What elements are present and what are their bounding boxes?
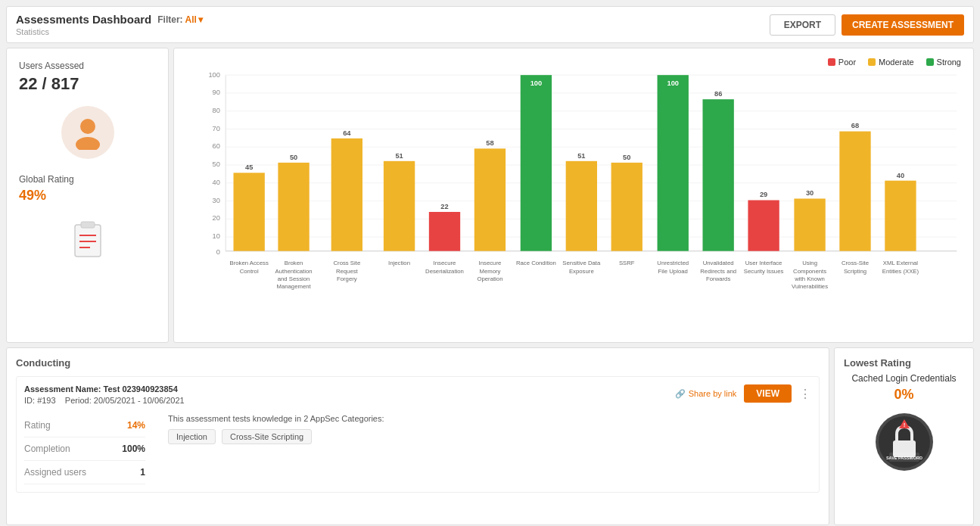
svg-rect-34 bbox=[278, 163, 309, 251]
export-button[interactable]: EXPORT bbox=[770, 14, 835, 36]
svg-text:0: 0 bbox=[216, 248, 220, 256]
svg-text:20: 20 bbox=[213, 214, 220, 222]
svg-rect-71 bbox=[703, 99, 734, 251]
cached-login-icon: SAVE PASSWORD ! bbox=[874, 412, 935, 472]
rating-value: 14% bbox=[127, 420, 145, 431]
svg-text:58: 58 bbox=[486, 139, 493, 147]
svg-text:Injection: Injection bbox=[388, 260, 410, 266]
svg-text:50: 50 bbox=[213, 160, 220, 168]
assessment-id-period: ID: #193 Period: 20/05/2021 - 10/06/2021 bbox=[24, 396, 185, 405]
svg-rect-45 bbox=[384, 161, 415, 251]
svg-text:with Known: with Known bbox=[794, 275, 825, 282]
svg-rect-48 bbox=[429, 212, 460, 251]
svg-text:50: 50 bbox=[623, 154, 630, 161]
share-by-link[interactable]: 🔗 Share by link bbox=[675, 389, 737, 399]
global-rating-value: 49% bbox=[19, 188, 46, 204]
svg-text:Cross-Site: Cross-Site bbox=[842, 260, 869, 266]
lowest-percentage: 0% bbox=[894, 387, 913, 403]
svg-rect-64 bbox=[611, 163, 642, 251]
completion-value: 100% bbox=[122, 444, 145, 454]
stats-panel: Users Assessed 22 / 817 Global Rating 49… bbox=[6, 48, 169, 343]
svg-text:Unvalidated: Unvalidated bbox=[703, 260, 734, 266]
header-actions: EXPORT CREATE ASSESSMENT bbox=[770, 14, 964, 36]
svg-text:Control: Control bbox=[240, 268, 259, 275]
svg-rect-80 bbox=[794, 198, 825, 251]
svg-text:70: 70 bbox=[213, 125, 220, 132]
header-title: Assessments Dashboard Filter: All ▾ bbox=[16, 13, 203, 26]
category-tags: Injection Cross-Site Scripting bbox=[168, 429, 811, 444]
svg-text:Insecure: Insecure bbox=[434, 260, 456, 266]
svg-text:100: 100 bbox=[530, 79, 543, 87]
svg-text:Memory: Memory bbox=[479, 268, 500, 275]
svg-text:Scripting: Scripting bbox=[844, 268, 866, 275]
svg-text:Entities (XXE): Entities (XXE) bbox=[882, 268, 919, 275]
svg-text:Insecure: Insecure bbox=[479, 260, 502, 266]
svg-text:Race Condition: Race Condition bbox=[516, 260, 556, 266]
svg-text:100: 100 bbox=[208, 71, 220, 79]
metric-completion: Completion 100% bbox=[24, 437, 145, 461]
svg-rect-86 bbox=[839, 132, 870, 251]
svg-text:90: 90 bbox=[213, 89, 220, 96]
svg-text:Security Issues: Security Issues bbox=[744, 268, 784, 275]
svg-text:!: ! bbox=[903, 422, 905, 428]
svg-text:22: 22 bbox=[440, 203, 448, 210]
svg-rect-3 bbox=[81, 222, 95, 228]
svg-text:XML External: XML External bbox=[883, 260, 919, 266]
svg-text:Operation: Operation bbox=[477, 275, 502, 282]
svg-text:Sensitive Data: Sensitive Data bbox=[562, 260, 601, 266]
svg-text:30: 30 bbox=[213, 197, 220, 204]
assessment-actions: 🔗 Share by link VIEW ⋮ bbox=[675, 384, 811, 403]
svg-text:Forgery: Forgery bbox=[337, 275, 357, 282]
svg-text:Forwards: Forwards bbox=[706, 275, 730, 282]
svg-text:Exposure: Exposure bbox=[569, 268, 594, 275]
category-tag: Cross-Site Scripting bbox=[222, 429, 312, 444]
legend-moderate: Moderate bbox=[868, 58, 913, 67]
filter-control[interactable]: Filter: All ▾ bbox=[157, 14, 203, 25]
lowest-category: Cached Login Credentials bbox=[851, 373, 956, 384]
assigned-value: 1 bbox=[140, 467, 145, 478]
svg-text:40: 40 bbox=[897, 172, 904, 179]
assigned-label: Assigned users bbox=[24, 467, 86, 478]
page-subtitle: Statistics bbox=[16, 27, 203, 36]
svg-text:40: 40 bbox=[213, 179, 220, 186]
svg-rect-30 bbox=[234, 173, 265, 251]
create-assessment-button[interactable]: CREATE ASSESSMENT bbox=[842, 14, 964, 36]
poor-color-indicator bbox=[828, 58, 835, 66]
svg-text:File Upload: File Upload bbox=[658, 268, 688, 275]
assessment-body: Rating 14% Completion 100% Assigned user… bbox=[24, 414, 811, 484]
global-rating-label: Global Rating bbox=[19, 174, 74, 185]
chart-area: 0 10 20 30 40 50 60 70 80 90 100 45 Brok… bbox=[186, 71, 961, 306]
svg-text:30: 30 bbox=[806, 189, 814, 197]
svg-rect-57 bbox=[521, 75, 552, 251]
svg-text:45: 45 bbox=[245, 163, 253, 171]
assessment-name: Assessment Name: Test 023940923854 bbox=[24, 384, 185, 394]
metric-rating: Rating 14% bbox=[24, 414, 145, 437]
svg-rect-40 bbox=[331, 139, 362, 251]
svg-text:Broken: Broken bbox=[285, 260, 303, 266]
svg-text:Cross Site: Cross Site bbox=[333, 260, 360, 266]
conducting-panel: Conducting Assessment Name: Test 0239409… bbox=[6, 347, 829, 525]
svg-text:Request: Request bbox=[336, 268, 359, 275]
svg-rect-90 bbox=[885, 181, 916, 251]
svg-text:Broken Access: Broken Access bbox=[230, 260, 269, 266]
more-options-icon[interactable]: ⋮ bbox=[799, 387, 811, 401]
svg-text:Management: Management bbox=[276, 283, 311, 290]
page-title: Assessments Dashboard bbox=[16, 13, 151, 26]
moderate-color-indicator bbox=[868, 58, 876, 66]
svg-point-1 bbox=[76, 137, 100, 150]
svg-text:Authentication: Authentication bbox=[275, 268, 313, 275]
chart-panel: Poor Moderate Strong bbox=[173, 48, 974, 343]
svg-text:Using: Using bbox=[802, 260, 817, 266]
svg-text:68: 68 bbox=[851, 122, 859, 129]
lowest-rating-panel: Lowest Rating Cached Login Credentials 0… bbox=[834, 347, 974, 525]
strong-color-indicator bbox=[926, 58, 934, 66]
svg-text:SAVE PASSWORD: SAVE PASSWORD bbox=[885, 456, 922, 460]
svg-text:10: 10 bbox=[213, 232, 220, 240]
svg-point-0 bbox=[80, 119, 95, 134]
main-area: Users Assessed 22 / 817 Global Rating 49… bbox=[6, 48, 974, 343]
users-assessed-label: Users Assessed bbox=[19, 61, 84, 71]
filter-dropdown[interactable]: All ▾ bbox=[185, 14, 203, 25]
svg-text:100: 100 bbox=[667, 79, 679, 87]
bar-chart: 0 10 20 30 40 50 60 70 80 90 100 45 Brok… bbox=[186, 71, 961, 306]
view-button[interactable]: VIEW bbox=[744, 384, 792, 403]
